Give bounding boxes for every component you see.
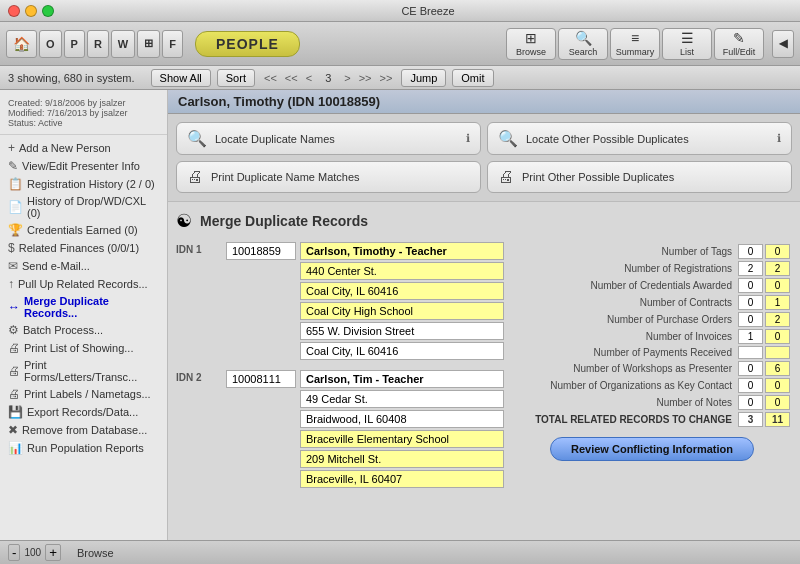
stat-row-5: Number of Invoices 1 0 (514, 329, 790, 344)
print-forms-icon: 🖨 (8, 364, 20, 378)
jump-btn[interactable]: Jump (401, 69, 446, 87)
review-conflicting-btn[interactable]: Review Conflicting Information (550, 437, 754, 461)
person-header: Carlson, Timothy (IDN 10018859) (168, 90, 800, 114)
r2-city2: Braceville, IL 60407 (300, 470, 504, 488)
prev-btn[interactable]: < (303, 71, 315, 85)
grid-btn[interactable]: ⊞ (137, 30, 160, 58)
sidebar-meta: Created: 9/18/2006 by jsalzer Modified: … (0, 96, 167, 135)
stat-label-6: Number of Payments Received (514, 346, 736, 359)
list-btn[interactable]: ☰ List (662, 28, 712, 60)
stat-val2-5: 0 (765, 329, 790, 344)
summary-icon: ≡ (631, 30, 639, 46)
first-btn[interactable]: << (261, 71, 280, 85)
status-meta: Status: Active (8, 118, 159, 128)
sidebar-item-add-new-person[interactable]: + Add a New Person (0, 139, 167, 157)
sidebar: Created: 9/18/2006 by jsalzer Modified: … (0, 90, 168, 540)
sidebar-item-print-list[interactable]: 🖨 Print List of Showing... (0, 339, 167, 357)
print-dup-icon: 🖨 (187, 168, 203, 186)
stat-val1-2: 0 (738, 278, 763, 293)
last-btn[interactable]: >> (377, 71, 396, 85)
sidebar-item-pull-related[interactable]: ↑ Pull Up Related Records... (0, 275, 167, 293)
total-val1: 3 (738, 412, 763, 427)
show-all-btn[interactable]: Show All (151, 69, 211, 87)
sidebar-item-email[interactable]: ✉ Send e-Mail... (0, 257, 167, 275)
zoom-control: - 100 + (8, 544, 61, 561)
zoom-value: 100 (24, 547, 41, 558)
browse-btn[interactable]: ⊞ Browse (506, 28, 556, 60)
minimize-btn[interactable] (25, 5, 37, 17)
stat-val2-2: 0 (765, 278, 790, 293)
r2-name: Carlson, Tim - Teacher (300, 370, 504, 388)
full-edit-icon: ✎ (733, 30, 745, 46)
print-dup-name-btn[interactable]: 🖨 Print Duplicate Name Matches (176, 161, 481, 193)
zoom-in-btn[interactable]: + (45, 544, 61, 561)
records-left: IDN 1 10018859 Carlson, Timothy - Teache… (176, 242, 504, 494)
title-bar: CE Breeze (0, 0, 800, 22)
r2-city1: Braidwood, IL 60408 (300, 410, 504, 428)
maximize-btn[interactable] (42, 5, 54, 17)
prev-far-btn[interactable]: << (282, 71, 301, 85)
next-btn[interactable]: > (341, 71, 353, 85)
stat-label-2: Number of Credentials Awarded (514, 278, 736, 293)
full-edit-btn[interactable]: ✎ Full/Edit (714, 28, 764, 60)
sidebar-item-print-forms[interactable]: 🖨 Print Forms/Letters/Transc... (0, 357, 167, 385)
page-number: 3 (325, 72, 331, 84)
sort-btn[interactable]: Sort (217, 69, 255, 87)
info-icon: ℹ (466, 132, 470, 145)
sidebar-label: Add a New Person (19, 142, 111, 154)
omit-btn[interactable]: Omit (452, 69, 493, 87)
nav-arrows: << << < (261, 71, 315, 85)
search-btn[interactable]: 🔍 Search (558, 28, 608, 60)
summary-btn[interactable]: ≡ Summary (610, 28, 660, 60)
batch-icon: ⚙ (8, 323, 19, 337)
btn-label: Locate Other Possible Duplicates (526, 133, 689, 145)
app-title: CE Breeze (64, 5, 792, 17)
sidebar-item-export[interactable]: 💾 Export Records/Data... (0, 403, 167, 421)
top-toolbar: 🏠 O P R W ⊞ F People ⊞ Browse 🔍 Search ≡… (0, 22, 800, 66)
next-far-btn[interactable]: >> (356, 71, 375, 85)
btn-label: Print Duplicate Name Matches (211, 171, 360, 183)
export-icon: 💾 (8, 405, 23, 419)
r-btn[interactable]: R (87, 30, 109, 58)
sidebar-item-remove[interactable]: ✖ Remove from Database... (0, 421, 167, 439)
f-btn[interactable]: F (162, 30, 183, 58)
home-btn[interactable]: 🏠 (6, 30, 37, 58)
stat-label-3: Number of Contracts (514, 295, 736, 310)
sidebar-item-batch[interactable]: ⚙ Batch Process... (0, 321, 167, 339)
stat-row-6: Number of Payments Received (514, 346, 790, 359)
stat-label-1: Number of Registrations (514, 261, 736, 276)
zoom-out-btn[interactable]: - (8, 544, 20, 561)
w-btn[interactable]: W (111, 30, 135, 58)
stat-row-3: Number of Contracts 0 1 (514, 295, 790, 310)
o-btn[interactable]: O (39, 30, 62, 58)
record1-row: IDN 1 10018859 Carlson, Timothy - Teache… (176, 242, 504, 362)
p-btn[interactable]: P (64, 30, 85, 58)
close-btn[interactable] (8, 5, 20, 17)
sidebar-label: Pull Up Related Records... (18, 278, 148, 290)
sidebar-label: Print Labels / Nametags... (24, 388, 151, 400)
sidebar-item-print-labels[interactable]: 🖨 Print Labels / Nametags... (0, 385, 167, 403)
locate-other-possible-btn[interactable]: 🔍 Locate Other Possible Duplicates ℹ (487, 122, 792, 155)
stat-val2-1: 2 (765, 261, 790, 276)
stat-val2-7: 6 (765, 361, 790, 376)
locate-duplicate-names-btn[interactable]: 🔍 Locate Duplicate Names ℹ (176, 122, 481, 155)
merge-section: ☯ Merge Duplicate Records IDN 1 10018859… (168, 202, 800, 540)
sidebar-item-credentials[interactable]: 🏆 Credentials Earned (0) (0, 221, 167, 239)
action-buttons: 🔍 Locate Duplicate Names ℹ 🔍 Locate Othe… (168, 114, 800, 202)
sidebar-item-population[interactable]: 📊 Run Population Reports (0, 439, 167, 457)
stat-val1-7: 0 (738, 361, 763, 376)
sidebar-item-finances[interactable]: $ Related Finances (0/0/1) (0, 239, 167, 257)
sidebar-item-registration[interactable]: 📋 Registration History (2 / 0) (0, 175, 167, 193)
sidebar-item-merge-duplicate[interactable]: ↔ Merge Duplicate Records... (0, 293, 167, 321)
people-title: People (195, 31, 300, 57)
sidebar-item-history-drop[interactable]: 📄 History of Drop/WD/CXL (0) (0, 193, 167, 221)
print-list-icon: 🖨 (8, 341, 20, 355)
sidebar-label: Merge Duplicate Records... (24, 295, 159, 319)
stat-val1-6 (738, 346, 763, 359)
idn1-value: 10018859 (226, 242, 296, 260)
full-edit-label: Full/Edit (723, 47, 756, 57)
stat-label-5: Number of Invoices (514, 329, 736, 344)
sidebar-item-view-edit[interactable]: ✎ View/Edit Presenter Info (0, 157, 167, 175)
back-btn[interactable]: ◀ (772, 30, 794, 58)
print-other-possible-btn[interactable]: 🖨 Print Other Possible Duplicates (487, 161, 792, 193)
